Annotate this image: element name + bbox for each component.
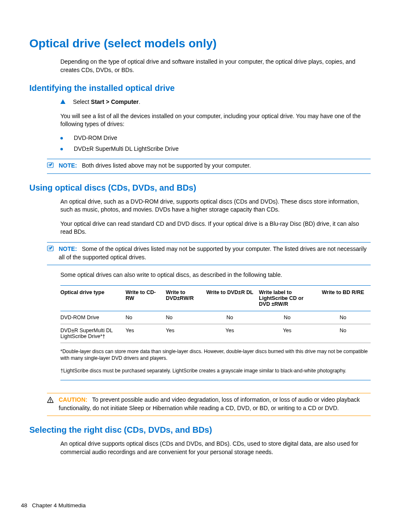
page-number: 48 [21,502,27,509]
table-footnote-1: *Double-layer discs can store more data … [60,348,371,362]
note-icon [47,245,55,252]
table-row: DVD-ROM Drive No No No No No [60,311,371,324]
caution-label: CAUTION: [59,396,87,403]
cell: DVD-ROM Drive [60,311,125,324]
caution-block: CAUTION: To prevent possible audio and v… [47,393,371,416]
page-title: Optical drive (select models only) [29,37,371,50]
step-prefix: Select [73,98,91,105]
step-triangle-icon [60,99,65,104]
note-content: NOTE: Some of the optical drives listed … [59,245,371,261]
svg-point-3 [50,401,51,402]
step-text: Select Start > Computer. [73,98,140,106]
th-dvddl: Write to DVD±R DL [203,285,259,311]
bullet-text: DVD±R SuperMulti DL LightScribe Drive [74,145,179,152]
table-row: DVD±R SuperMulti DL LightScribe Drive*† … [60,324,371,343]
chapter-label: Chapter 4 Multimedia [32,502,86,509]
cell: Yes [166,324,203,343]
intro-paragraph: Depending on the type of optical drive a… [60,58,371,74]
section-heading-selecting: Selecting the right disc (CDs, DVDs, and… [29,425,371,435]
cell: Yes [125,324,166,343]
caution-content: CAUTION: To prevent possible audio and v… [59,396,371,412]
bullet-icon [60,137,63,139]
caution-text: To prevent possible audio and video degr… [59,396,360,411]
cell: No [203,311,259,324]
step-suffix: . [139,98,140,105]
note-label: NOTE: [59,162,77,169]
section2-p1: An optical drive, such as a DVD-ROM driv… [60,198,371,214]
cell: No [259,311,318,324]
section2-p3: Some optical drives can also write to op… [60,271,371,279]
th-type: Optical drive type [60,285,125,311]
cell: Yes [203,324,259,343]
cell: No [318,311,371,324]
step-row: Select Start > Computer. [60,98,371,106]
after-step-text: You will see a list of all the devices i… [60,112,371,129]
th-cdrw: Write to CD-RW [125,285,166,311]
th-lightscribe: Write label to LightScribe CD or DVD ±RW… [259,285,318,311]
note-block: NOTE: Some of the optical drives listed … [47,242,371,265]
note-text: Some of the optical drives listed may no… [59,245,366,261]
bullet-item: DVD-ROM Drive [60,134,371,141]
page-footer: 48 Chapter 4 Multimedia [21,502,86,509]
step-bold-path: Start > Computer [91,98,139,105]
note-label: NOTE: [59,245,77,252]
cell: No [125,311,166,324]
note-text: Both drives listed above may not be supp… [82,162,251,169]
section-heading-using: Using optical discs (CDs, DVDs, and BDs) [29,183,371,193]
note-block: NOTE: Both drives listed above may not b… [47,159,371,174]
cell: DVD±R SuperMulti DL LightScribe Drive*† [60,324,125,343]
th-bd: Write to BD R/RE [318,285,371,311]
cell: Yes [259,324,318,343]
cell: No [166,311,203,324]
section2-p2: Your optical drive can read standard CD … [60,220,371,236]
bullet-icon [60,148,63,150]
bullet-text: DVD-ROM Drive [74,134,117,141]
table-bottom-rule [60,380,371,380]
optical-drive-table: Optical drive type Write to CD-RW Write … [60,285,371,343]
section3-p1: An optical drive supports optical discs … [60,440,371,456]
cell: No [318,324,371,343]
section-heading-identifying: Identifying the installed optical drive [29,83,371,93]
table-footnote-2: †LightScribe discs must be purchased sep… [60,367,371,374]
caution-icon [47,397,55,405]
note-content: NOTE: Both drives listed above may not b… [59,162,371,170]
note-icon [47,162,55,168]
bullet-item: DVD±R SuperMulti DL LightScribe Drive [60,145,371,152]
th-dvdrw: Write to DVD±RW/R [166,285,203,311]
